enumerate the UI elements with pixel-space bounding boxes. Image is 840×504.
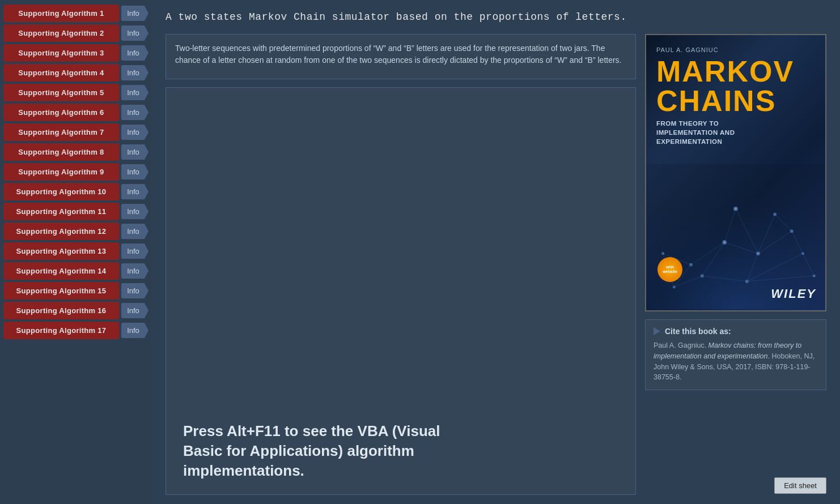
info-button-15[interactable]: Info xyxy=(121,283,149,298)
svg-point-23 xyxy=(673,285,676,288)
algo-button-4[interactable]: Supporting Algorithm 4 xyxy=(3,64,119,82)
svg-point-30 xyxy=(813,275,816,277)
info-button-14[interactable]: Info xyxy=(121,263,149,279)
info-button-17[interactable]: Info xyxy=(121,323,149,338)
sidebar-row-4: Supporting Algorithm 4Info xyxy=(3,64,149,82)
cite-box: Cite this book as: Paul A. Gagniuc. Mark… xyxy=(645,319,826,390)
sidebar-row-16: Supporting Algorithm 16Info xyxy=(3,302,149,319)
svg-point-22 xyxy=(790,229,794,233)
content-area: Two-letter sequences with predetermined … xyxy=(166,34,826,495)
sidebar-row-2: Supporting Algorithm 2Info xyxy=(3,24,149,42)
sidebar-row-3: Supporting Algorithm 3Info xyxy=(3,44,149,62)
algo-button-3[interactable]: Supporting Algorithm 3 xyxy=(3,44,119,62)
svg-point-28 xyxy=(773,213,777,216)
sidebar-row-12: Supporting Algorithm 12Info xyxy=(3,223,149,240)
algo-button-5[interactable]: Supporting Algorithm 5 xyxy=(3,84,119,101)
info-button-8[interactable]: Info xyxy=(121,144,149,160)
vba-text: Press Alt+F11 to see the VBA (Visual Bas… xyxy=(183,421,455,481)
sidebar-row-6: Supporting Algorithm 6Info xyxy=(3,104,149,121)
svg-point-26 xyxy=(801,252,804,255)
cite-text: Paul A. Gagniuc. Markov chains: from the… xyxy=(654,340,818,383)
info-button-13[interactable]: Info xyxy=(121,244,149,259)
book-subtitle: FROM THEORY TO IMPLEMENTATION AND EXPERI… xyxy=(656,119,770,146)
sidebar-row-7: Supporting Algorithm 7Info xyxy=(3,123,149,141)
algo-button-10[interactable]: Supporting Algorithm 10 xyxy=(3,183,119,200)
info-button-5[interactable]: Info xyxy=(121,85,149,100)
info-button-1[interactable]: Info xyxy=(121,6,149,21)
info-button-9[interactable]: Info xyxy=(121,164,149,180)
info-button-10[interactable]: Info xyxy=(121,184,149,199)
description-box: Two-letter sequences with predetermined … xyxy=(166,34,636,79)
info-button-12[interactable]: Info xyxy=(121,224,149,239)
cite-title: Cite this book as: xyxy=(665,327,731,336)
algo-button-14[interactable]: Supporting Algorithm 14 xyxy=(3,262,119,280)
cite-arrow-icon xyxy=(654,327,660,335)
sidebar-row-17: Supporting Algorithm 17Info xyxy=(3,322,149,339)
left-panel: Two-letter sequences with predetermined … xyxy=(166,34,636,495)
sidebar-row-9: Supporting Algorithm 9Info xyxy=(3,163,149,181)
book-author: PAUL A. GAGNIUC xyxy=(656,46,815,53)
edit-sheet-button[interactable]: Edit sheet xyxy=(774,477,826,494)
info-button-4[interactable]: Info xyxy=(121,65,149,80)
algo-button-1[interactable]: Supporting Algorithm 1 xyxy=(3,5,119,22)
algo-button-17[interactable]: Supporting Algorithm 17 xyxy=(3,322,119,339)
main-content: A two states Markov Chain simulator base… xyxy=(152,0,840,504)
algo-button-15[interactable]: Supporting Algorithm 15 xyxy=(3,282,119,300)
right-panel: PAUL A. GAGNIUC MARKOV CHAINS FROM THEOR… xyxy=(645,34,826,495)
book-cover: PAUL A. GAGNIUC MARKOV CHAINS FROM THEOR… xyxy=(645,34,826,311)
svg-point-19 xyxy=(689,263,693,266)
sidebar-row-1: Supporting Algorithm 1Info xyxy=(3,5,149,22)
info-button-7[interactable]: Info xyxy=(121,125,149,140)
svg-point-33 xyxy=(735,208,737,210)
info-button-2[interactable]: Info xyxy=(121,25,149,41)
algo-button-11[interactable]: Supporting Algorithm 11 xyxy=(3,203,119,220)
sidebar-row-11: Supporting Algorithm 11Info xyxy=(3,203,149,220)
algo-button-2[interactable]: Supporting Algorithm 2 xyxy=(3,24,119,42)
algo-button-7[interactable]: Supporting Algorithm 7 xyxy=(3,123,119,141)
cite-header: Cite this book as: xyxy=(654,327,818,336)
svg-point-32 xyxy=(757,253,759,254)
badge-text: withwebsite xyxy=(663,265,677,274)
info-button-11[interactable]: Info xyxy=(121,204,149,219)
book-publisher: WILEY xyxy=(771,287,816,301)
sidebar-row-14: Supporting Algorithm 14Info xyxy=(3,262,149,280)
sidebar-row-10: Supporting Algorithm 10Info xyxy=(3,183,149,200)
description-text: Two-letter sequences with predetermined … xyxy=(175,44,622,65)
book-title-chains: CHAINS xyxy=(656,86,815,116)
book-title-markov: MARKOV xyxy=(656,57,815,86)
info-button-3[interactable]: Info xyxy=(121,45,149,61)
algo-button-6[interactable]: Supporting Algorithm 6 xyxy=(3,104,119,121)
sidebar-row-15: Supporting Algorithm 15Info xyxy=(3,282,149,300)
sidebar-row-8: Supporting Algorithm 8Info xyxy=(3,143,149,161)
svg-point-24 xyxy=(701,274,704,277)
book-badge: withwebsite xyxy=(657,257,682,282)
sidebar: Supporting Algorithm 1InfoSupporting Alg… xyxy=(0,0,152,504)
algo-button-13[interactable]: Supporting Algorithm 13 xyxy=(3,242,119,260)
algo-button-8[interactable]: Supporting Algorithm 8 xyxy=(3,143,119,161)
algo-button-16[interactable]: Supporting Algorithm 16 xyxy=(3,302,119,319)
info-button-6[interactable]: Info xyxy=(121,105,149,120)
sidebar-row-5: Supporting Algorithm 5Info xyxy=(3,84,149,101)
page-title: A two states Markov Chain simulator base… xyxy=(166,11,826,26)
svg-point-25 xyxy=(745,280,749,283)
algo-button-12[interactable]: Supporting Algorithm 12 xyxy=(3,223,119,240)
algo-button-9[interactable]: Supporting Algorithm 9 xyxy=(3,163,119,181)
svg-point-31 xyxy=(723,241,726,244)
svg-point-29 xyxy=(661,252,664,255)
info-button-16[interactable]: Info xyxy=(121,303,149,318)
sidebar-row-13: Supporting Algorithm 13Info xyxy=(3,242,149,260)
vba-box: Press Alt+F11 to see the VBA (Visual Bas… xyxy=(166,87,636,495)
